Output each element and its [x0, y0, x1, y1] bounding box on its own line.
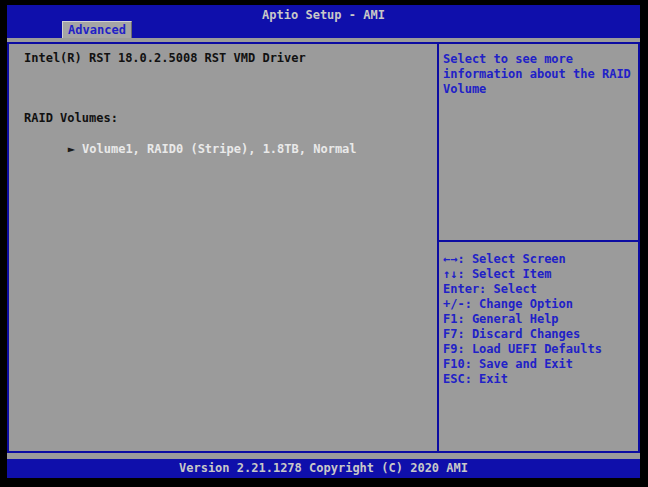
options-pane: Intel(R) RST 18.0.2.5008 RST VMD Driver … — [9, 44, 437, 451]
legend-item-select-item: ↑↓: Select Item — [443, 267, 637, 282]
help-text: Select to see more information about the… — [443, 52, 633, 97]
menu-item-volume1[interactable]: ►Volume1, RAID0 (Stripe), 1.8TB, Normal — [10, 128, 357, 170]
legend-item-discard-changes: F7: Discard Changes — [443, 327, 637, 342]
legend-item-load-defaults: F9: Load UEFI Defaults — [443, 342, 637, 357]
legend-item-general-help: F1: General Help — [443, 312, 637, 327]
version-text: Version 2.21.1278 Copyright (C) 2020 AMI — [7, 459, 640, 478]
legend-item-save-exit: F10: Save and Exit — [443, 357, 637, 372]
help-pane: Select to see more information about the… — [439, 44, 638, 451]
legend-item-select-screen: ←→: Select Screen — [443, 252, 637, 267]
menu-item-label: Volume1, RAID0 (Stripe), 1.8TB, Normal — [82, 142, 357, 156]
page-title: Aptio Setup - AMI — [7, 5, 640, 22]
bios-setup-screen: Aptio Setup - AMI Advanced Intel(R) RST … — [0, 0, 648, 487]
submenu-arrow-icon: ► — [68, 142, 75, 156]
legend-item-change-option: +/-: Change Option — [443, 297, 637, 312]
tab-advanced[interactable]: Advanced — [62, 21, 132, 38]
footer-bar: Version 2.21.1278 Copyright (C) 2020 AMI — [7, 459, 640, 478]
key-legend: ←→: Select Screen ↑↓: Select Item Enter:… — [443, 252, 637, 387]
driver-title: Intel(R) RST 18.0.2.5008 RST VMD Driver — [24, 51, 306, 65]
main-panel: Intel(R) RST 18.0.2.5008 RST VMD Driver … — [7, 42, 640, 453]
legend-item-enter-select: Enter: Select — [443, 282, 637, 297]
raid-volumes-label: RAID Volumes: — [24, 111, 118, 125]
legend-divider — [439, 240, 638, 242]
legend-item-esc-exit: ESC: Exit — [443, 372, 637, 387]
